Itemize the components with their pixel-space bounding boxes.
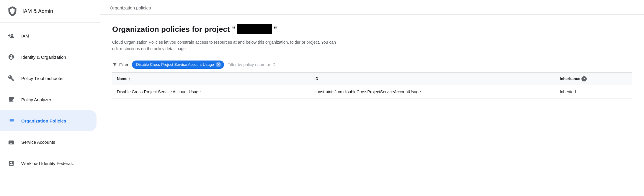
sidebar: IAM & Admin IAM Identity & Organization [0,0,100,196]
sidebar-title: IAM & Admin [22,8,53,14]
sort-icon[interactable]: ↑ [128,76,130,81]
redacted-project-name [237,24,272,34]
col-id: ID [310,73,555,85]
col-inheritance: Inheritance ? [555,73,632,85]
sidebar-item-iam-label: IAM [21,33,29,38]
filter-text: Filter [119,62,128,67]
page-title: Organization policies for project " " [112,24,632,34]
sidebar-nav: IAM Identity & Organization Policy Troub… [0,23,100,196]
sidebar-item-identity-org-label: Identity & Organization [21,55,66,60]
page-description: Cloud Organization Policies let you cons… [112,39,336,52]
sidebar-item-policy-analyzer[interactable]: Policy Analyzer [0,89,97,110]
sidebar-item-identity-org[interactable]: Identity & Organization [0,46,97,68]
wrench-icon [7,74,15,82]
iam-admin-icon [7,6,18,17]
sidebar-item-service-accounts-label: Service Accounts [21,140,55,145]
person-add-icon [7,32,15,40]
main-body: Organization policies for project " " Cl… [100,15,644,196]
service-account-icon [7,138,15,146]
policy-icon [7,95,15,104]
filter-bar: Filter Disable Cross-Project Service Acc… [112,61,632,73]
sidebar-item-organization-policies[interactable]: Organization Policies [0,110,97,131]
filter-chip[interactable]: Disable Cross-Project Service Account Us… [132,61,224,69]
page-title-prefix: Organization policies for project " [112,25,236,34]
sidebar-item-service-accounts[interactable]: Service Accounts [0,131,97,153]
row-name: Disable Cross-Project Service Account Us… [112,85,310,98]
sidebar-header: IAM & Admin [0,0,100,23]
filter-icon [112,62,117,67]
row-id: constraints/iam.disableCrossProjectServi… [310,85,555,98]
sidebar-item-policy-troubleshooter-label: Policy Troubleshooter [21,76,64,81]
col-name: Name ↑ [112,73,310,85]
filter-chip-text: Disable Cross-Project Service Account Us… [136,62,214,67]
filter-label-group: Filter [112,62,128,67]
page-title-suffix: " [273,25,277,34]
inheritance-help-icon[interactable]: ? [581,76,587,81]
col-inheritance-label: Inheritance [560,76,580,81]
workload-icon [7,159,15,167]
sidebar-item-workload-label: Workload Identity Federat... [21,161,76,166]
sidebar-item-policy-analyzer-label: Policy Analyzer [21,97,51,102]
table-row[interactable]: Disable Cross-Project Service Account Us… [112,85,632,98]
row-inheritance: Inherited [555,85,632,98]
policies-table: Name ↑ ID Inheritance ? [112,73,632,99]
col-id-label: ID [315,76,318,81]
filter-chip-close-button[interactable]: ✕ [216,62,221,67]
sidebar-item-workload-identity[interactable]: Workload Identity Federat... [0,153,97,174]
main-content: Organization policies Organization polic… [100,0,644,196]
table-header-row: Name ↑ ID Inheritance ? [112,73,632,85]
main-header-title: Organization policies [110,5,151,10]
main-header: Organization policies [100,0,644,15]
sidebar-item-org-policies-label: Organization Policies [21,118,66,123]
sidebar-item-iam[interactable]: IAM [0,25,97,46]
sidebar-item-policy-troubleshooter[interactable]: Policy Troubleshooter [0,68,97,89]
filter-input-placeholder[interactable]: Filter by policy name or ID [228,62,276,67]
col-name-label: Name [117,76,127,81]
list-icon [7,117,15,125]
account-circle-icon [7,53,15,61]
